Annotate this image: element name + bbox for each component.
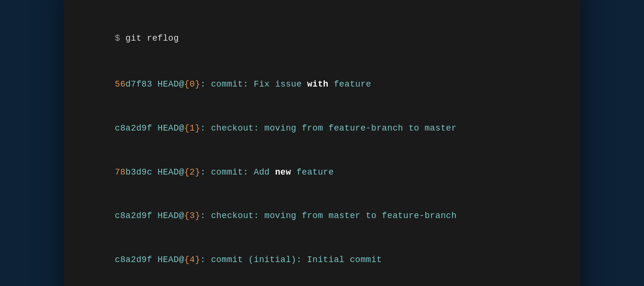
head-label-4: HEAD@ [157, 255, 184, 264]
action-2: : commit: Add [200, 167, 275, 177]
reflog-line-3: c8a2d9f HEAD@{3}: checkout: moving from … [83, 194, 561, 238]
index-3: 3 [189, 211, 195, 220]
brace-close-4: } [195, 255, 200, 264]
command-text: git reflog [120, 33, 179, 43]
hash-colored-0: 56 [115, 79, 125, 89]
brace-open-4: { [184, 255, 189, 264]
prompt-symbol: $ [115, 33, 120, 43]
brace-open-1: { [184, 123, 189, 133]
hash-4: c8a2d9f [115, 255, 157, 264]
bold-2: new [275, 167, 291, 177]
brace-close-1: } [195, 123, 200, 133]
hash-rest-2: b3d9c [125, 167, 157, 177]
brace-close-0: } [195, 79, 200, 89]
action-3: : checkout: moving from master to featur… [200, 211, 457, 220]
brace-open-2: { [184, 167, 189, 177]
action-1: : checkout: moving from feature-branch t… [200, 123, 457, 133]
reflog-line-4: c8a2d9f HEAD@{4}: commit (initial): Init… [83, 238, 561, 282]
reflog-line-1: c8a2d9f HEAD@{1}: checkout: moving from … [83, 106, 561, 150]
hash-colored-2: 78 [115, 167, 125, 177]
command-line: $ git reflog [83, 17, 561, 61]
hash-3: c8a2d9f [115, 211, 157, 220]
brace-open-0: { [184, 79, 189, 89]
head-label-1: HEAD@ [157, 123, 184, 133]
index-1: 1 [189, 123, 195, 133]
head-label-2: HEAD@ [157, 167, 184, 177]
brace-open-3: { [184, 211, 189, 220]
reflog-line-2: 78b3d9c HEAD@{2}: commit: Add new featur… [83, 150, 561, 194]
index-2: 2 [189, 167, 195, 177]
hash-1: c8a2d9f [115, 123, 157, 133]
terminal-body: $ git reflog 56d7f83 HEAD@{0}: commit: F… [64, 0, 580, 286]
rest-0: feature [329, 79, 371, 89]
action-0: : commit: Fix issue [200, 79, 307, 89]
terminal-window: $ git reflog 56d7f83 HEAD@{0}: commit: F… [64, 0, 580, 286]
action-4: : commit (initial): Initial commit [200, 255, 382, 264]
head-label-3: HEAD@ [157, 211, 184, 220]
brace-close-3: } [195, 211, 200, 220]
head-label-0: HEAD@ [157, 79, 184, 89]
brace-close-2: } [195, 167, 200, 177]
hash-rest-0: d7f83 [125, 79, 157, 89]
index-4: 4 [189, 255, 195, 264]
rest-2: feature [291, 167, 333, 177]
reflog-line-0: 56d7f83 HEAD@{0}: commit: Fix issue with… [83, 62, 561, 106]
index-0: 0 [189, 79, 195, 89]
bold-0: with [307, 79, 329, 89]
